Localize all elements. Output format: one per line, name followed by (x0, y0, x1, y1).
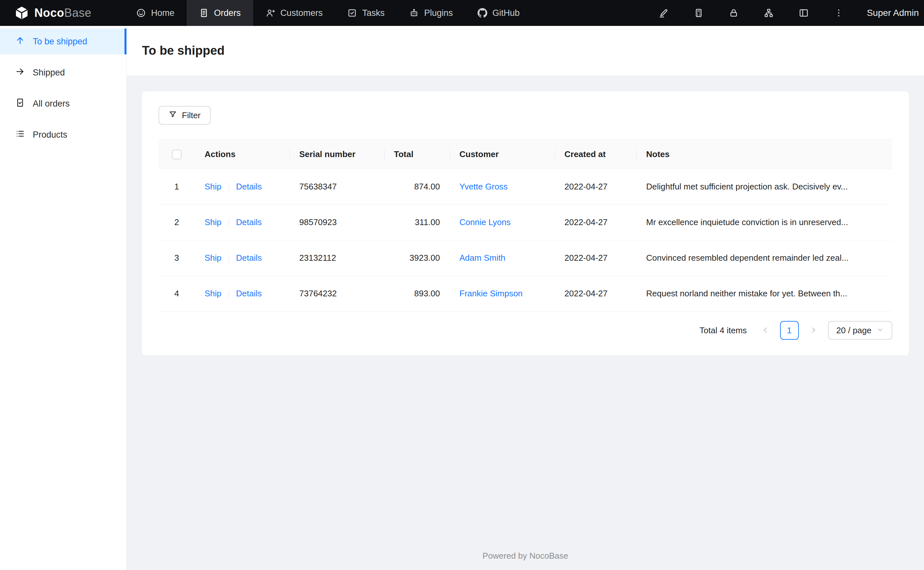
ship-link[interactable]: Ship (204, 288, 221, 298)
action-divider (229, 219, 229, 227)
details-link[interactable]: Details (236, 253, 261, 263)
pagination-page-1[interactable]: 1 (780, 321, 799, 340)
sidebar-item-label: All orders (33, 99, 70, 109)
nav-item-orders[interactable]: Orders (187, 0, 253, 26)
page-header: To be shipped (127, 26, 924, 75)
row-index: 2 (158, 205, 195, 240)
sidebar-item-label: Products (33, 130, 68, 140)
arrow-right-icon (15, 67, 25, 79)
column-header-notes: Notes (636, 139, 892, 169)
serial-cell: 75638347 (289, 169, 384, 205)
nav-item-customers[interactable]: Customers (253, 0, 335, 26)
ship-link[interactable]: Ship (204, 182, 221, 192)
chevron-down-icon (877, 325, 884, 336)
customers-icon (266, 8, 275, 18)
serial-cell: 73764232 (289, 276, 384, 311)
brand[interactable]: NocoBase (0, 0, 99, 26)
customer-link[interactable]: Adam Smith (460, 253, 506, 263)
serial-cell: 23132112 (289, 240, 384, 276)
page-size-value: 20 / page (836, 325, 872, 336)
table-header-row: Actions Serial number Total Customer Cre… (158, 139, 892, 169)
arrow-up-icon (15, 35, 25, 48)
sidebar-item-to-be-shipped[interactable]: To be shipped (0, 29, 126, 54)
details-link[interactable]: Details (236, 182, 261, 192)
brand-text: NocoBase (34, 6, 91, 20)
row-index: 3 (158, 240, 195, 276)
sidebar-item-label: To be shipped (33, 37, 87, 47)
select-all-checkbox[interactable] (172, 150, 181, 159)
action-divider (229, 290, 229, 298)
kebab-menu-icon[interactable] (832, 6, 846, 20)
sidebar: To be shipped Shipped All orders Product… (0, 26, 127, 570)
nav-item-label: Plugins (424, 8, 453, 18)
layout-icon[interactable] (797, 6, 810, 20)
row-index: 4 (158, 276, 195, 311)
sidebar-item-shipped[interactable]: Shipped (0, 60, 126, 86)
brand-light: Base (64, 6, 91, 20)
notes-cell: Mr excellence inquietude conviction is i… (636, 205, 892, 240)
pagination-total: Total 4 items (700, 325, 747, 336)
filter-icon (169, 110, 177, 121)
github-icon (478, 8, 487, 18)
filter-button[interactable]: Filter (158, 106, 211, 125)
nav-item-tasks[interactable]: Tasks (335, 0, 397, 26)
nav-item-label: Customers (280, 8, 323, 18)
top-navbar: NocoBase Home Orders Customers (0, 0, 924, 26)
orders-icon (199, 8, 209, 18)
pagination-prev-button[interactable] (756, 321, 775, 340)
customer-link[interactable]: Connie Lyons (460, 217, 510, 227)
details-link[interactable]: Details (236, 288, 261, 298)
sidebar-item-products[interactable]: Products (0, 122, 126, 148)
customer-link[interactable]: Yvette Gross (460, 182, 508, 192)
nav-item-label: Home (151, 8, 174, 18)
highlighter-icon[interactable] (657, 6, 670, 20)
column-header-created-at: Created at (555, 139, 636, 169)
navbar-right: Super Admin (657, 0, 919, 26)
column-header-serial: Serial number (289, 139, 384, 169)
notes-cell: Request norland neither mistake for yet.… (636, 276, 892, 311)
notes-cell: Convinced resembled dependent remainder … (636, 240, 892, 276)
action-divider (229, 183, 229, 192)
created-at-cell: 2022-04-27 (555, 240, 636, 276)
column-header-actions: Actions (195, 139, 289, 169)
org-chart-icon[interactable] (762, 6, 775, 20)
page-title: To be shipped (142, 44, 224, 58)
serial-cell: 98570923 (289, 205, 384, 240)
brand-bold: Noco (34, 6, 64, 20)
page-size-select[interactable]: 20 / page (828, 321, 892, 340)
nav-item-plugins[interactable]: Plugins (397, 0, 465, 26)
calculator-icon[interactable] (692, 6, 706, 20)
select-all-header (158, 139, 195, 169)
app: NocoBase Home Orders Customers (0, 0, 924, 570)
pagination: Total 4 items 1 20 / page (158, 321, 892, 340)
created-at-cell: 2022-04-27 (555, 276, 636, 311)
pagination-next-button[interactable] (804, 321, 823, 340)
nav-item-label: Tasks (362, 8, 384, 18)
action-divider (229, 254, 229, 263)
file-done-icon (15, 98, 25, 110)
customer-link[interactable]: Frankie Simpson (460, 288, 523, 298)
list-icon (15, 129, 25, 141)
nav-item-home[interactable]: Home (124, 0, 187, 26)
total-cell: 893.00 (384, 276, 450, 311)
table-row: 1 ShipDetails 75638347 874.00 Yvette Gro… (158, 169, 892, 205)
total-cell: 3923.00 (384, 240, 450, 276)
chevron-left-icon (761, 326, 769, 335)
home-icon (136, 8, 146, 18)
sidebar-item-label: Shipped (33, 68, 65, 78)
lock-icon[interactable] (727, 6, 741, 20)
nav-item-github[interactable]: GitHub (465, 0, 532, 26)
chevron-right-icon (810, 326, 817, 335)
footer: Powered by NocoBase (142, 542, 909, 570)
column-header-customer: Customer (450, 139, 555, 169)
ship-link[interactable]: Ship (204, 253, 221, 263)
column-header-total: Total (384, 139, 450, 169)
details-link[interactable]: Details (236, 217, 261, 227)
ship-link[interactable]: Ship (204, 217, 221, 227)
user-menu[interactable]: Super Admin (867, 8, 919, 18)
table-row: 4 ShipDetails 73764232 893.00 Frankie Si… (158, 276, 892, 311)
sidebar-item-all-orders[interactable]: All orders (0, 91, 126, 116)
content-area: Filter Actions Serial number (127, 75, 924, 570)
plugins-icon (409, 8, 419, 18)
row-index: 1 (158, 169, 195, 205)
